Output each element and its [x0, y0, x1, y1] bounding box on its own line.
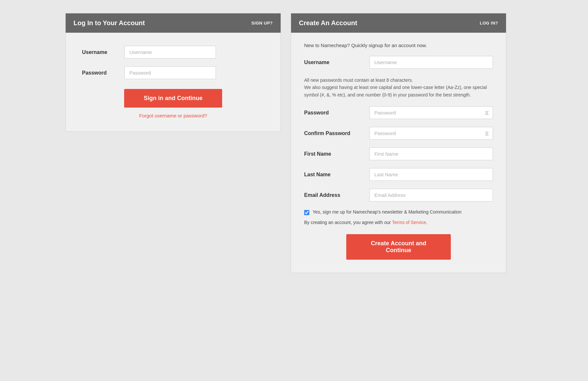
- login-title: Log In to Your Account: [74, 19, 145, 27]
- newsletter-label[interactable]: Yes, sign me up for Namecheap's newslett…: [313, 209, 462, 215]
- signup-username-row: Username: [304, 56, 493, 69]
- password-input[interactable]: [124, 66, 216, 79]
- last-name-wrapper: [369, 168, 493, 181]
- signup-title: Create An Account: [299, 19, 357, 27]
- email-wrapper: [369, 189, 493, 201]
- email-row: Email Address: [304, 189, 493, 201]
- signup-password-input[interactable]: [369, 106, 493, 119]
- password-toggle-icon[interactable]: ⧖: [485, 109, 489, 116]
- signup-username-input[interactable]: [369, 56, 493, 69]
- confirm-password-row: Confirm Password ⧖: [304, 127, 493, 140]
- first-name-row: First Name: [304, 147, 493, 160]
- forgot-link[interactable]: Forgot username or password?: [82, 113, 264, 118]
- login-header: Log In to Your Account SIGN UP?: [66, 13, 281, 33]
- confirm-password-label: Confirm Password: [304, 130, 369, 136]
- confirm-password-wrapper: ⧖: [369, 127, 493, 140]
- last-name-input[interactable]: [369, 168, 493, 181]
- signup-password-label: Password: [304, 110, 369, 116]
- username-row: Username: [82, 46, 264, 59]
- login-link[interactable]: LOG IN?: [480, 21, 498, 26]
- first-name-wrapper: [369, 147, 493, 160]
- last-name-row: Last Name: [304, 168, 493, 181]
- signup-link[interactable]: SIGN UP?: [252, 21, 273, 26]
- login-body: Username Password Sign in and Continue F…: [66, 33, 281, 131]
- username-label: Username: [82, 49, 124, 55]
- signup-intro: New to Namecheap? Quickly signup for an …: [304, 43, 493, 48]
- page-container: Log In to Your Account SIGN UP? Username…: [65, 13, 523, 273]
- login-panel: Log In to Your Account SIGN UP? Username…: [65, 13, 281, 132]
- email-label: Email Address: [304, 192, 369, 198]
- signup-password-wrapper: ⧖: [369, 106, 493, 119]
- signup-password-row: Password ⧖: [304, 106, 493, 119]
- password-hint: All new passwords must contain at least …: [304, 77, 493, 98]
- password-label: Password: [82, 70, 124, 76]
- first-name-label: First Name: [304, 151, 369, 157]
- confirm-password-input[interactable]: [369, 127, 493, 140]
- username-input[interactable]: [124, 46, 216, 59]
- signup-username-wrapper: [369, 56, 493, 69]
- newsletter-checkbox[interactable]: [304, 210, 309, 215]
- signup-username-label: Username: [304, 60, 369, 65]
- confirm-password-toggle-icon[interactable]: ⧖: [485, 130, 489, 137]
- signup-panel: Create An Account LOG IN? New to Nameche…: [291, 13, 506, 273]
- terms-text: By creating an account, you agree with o…: [304, 220, 493, 225]
- signup-body: New to Namecheap? Quickly signup for an …: [291, 33, 506, 273]
- signin-button[interactable]: Sign in and Continue: [124, 89, 222, 108]
- terms-link[interactable]: Terms of Service.: [392, 220, 427, 225]
- first-name-input[interactable]: [369, 147, 493, 160]
- password-row: Password: [82, 66, 264, 79]
- create-account-button[interactable]: Create Account and Continue: [346, 234, 451, 260]
- last-name-label: Last Name: [304, 172, 369, 178]
- newsletter-row: Yes, sign me up for Namecheap's newslett…: [304, 209, 493, 215]
- email-input[interactable]: [369, 189, 493, 201]
- signup-header: Create An Account LOG IN?: [291, 13, 506, 33]
